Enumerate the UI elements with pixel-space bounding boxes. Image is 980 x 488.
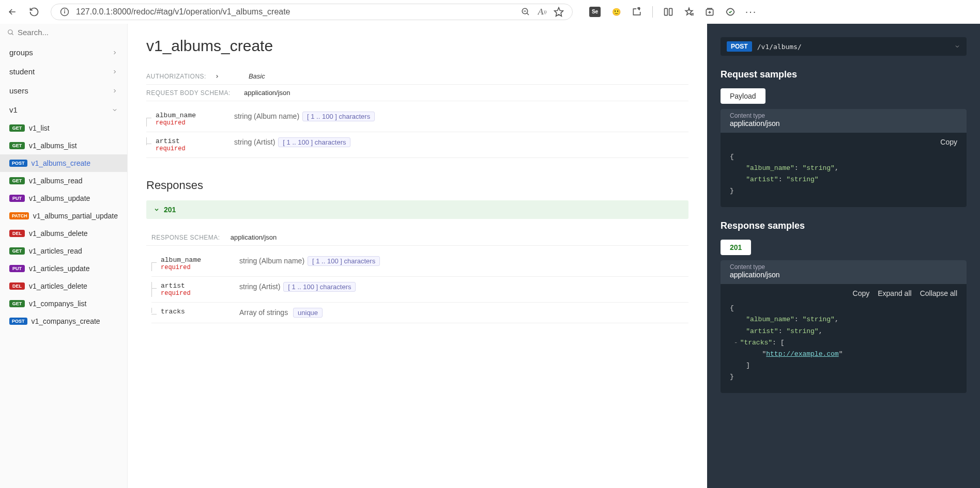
nav-tag-v1[interactable]: v1 [0, 100, 127, 119]
nav-op-label: v1_companys_create [32, 317, 100, 325]
endpoint-path: /v1/albums/ [757, 43, 949, 51]
method-badge: POST [727, 41, 752, 52]
nav-tag-label: users [9, 86, 28, 95]
chevron-down-icon [154, 207, 160, 213]
nav-op-label: v1_albums_delete [29, 229, 88, 238]
content-type-label: Content type [730, 112, 957, 119]
nav-op-v1_albums_list[interactable]: GETv1_albums_list [0, 137, 127, 154]
split-screen-icon[interactable] [663, 7, 673, 17]
param-type: Array of strings [239, 308, 290, 317]
collections-icon[interactable] [705, 7, 715, 17]
param-type: string (Album name) [239, 257, 304, 265]
chevron-right-icon [112, 50, 118, 56]
payload-tab[interactable]: Payload [721, 88, 765, 104]
svg-rect-9 [669, 8, 672, 15]
nav-op-v1_articles_delete[interactable]: DELv1_articles_delete [0, 277, 127, 295]
svg-line-17 [12, 33, 13, 35]
nav-op-v1_albums_read[interactable]: GETv1_albums_read [0, 172, 127, 190]
param-row[interactable]: album_namerequiredstring (Album name)[ 1… [151, 251, 688, 277]
param-constraint: [ 1 .. 100 ] characters [302, 112, 375, 121]
response-sample-box: Content type application/json Copy Expan… [721, 260, 967, 393]
performance-icon[interactable] [725, 7, 736, 17]
param-row[interactable]: artistrequiredstring (Artist)[ 1 .. 100 … [146, 132, 688, 158]
nav-op-v1_companys_create[interactable]: POSTv1_companys_create [0, 312, 127, 330]
address-bar[interactable]: A)) [51, 4, 573, 20]
nav-op-v1_list[interactable]: GETv1_list [0, 119, 127, 137]
search-input[interactable] [18, 28, 120, 37]
more-icon[interactable]: ··· [746, 7, 756, 17]
face-ext-icon[interactable]: 🙂 [611, 7, 621, 17]
chevron-right-icon [215, 74, 220, 79]
param-type: string (Artist) [239, 282, 280, 291]
nav-op-label: v1_companys_list [29, 300, 86, 308]
nav-op-v1_articles_read[interactable]: GETv1_articles_read [0, 242, 127, 260]
response-201-tab[interactable]: 201 [721, 240, 751, 255]
expand-all-button[interactable]: Expand all [878, 289, 911, 297]
nav-op-label: v1_list [29, 124, 50, 132]
method-badge: POST [9, 318, 27, 325]
nav-tag-groups[interactable]: groups [0, 43, 127, 62]
param-required: required [156, 145, 234, 152]
nav-op-label: v1_articles_delete [29, 282, 87, 290]
svg-rect-8 [665, 8, 668, 15]
request-schema-label: REQUEST BODY SCHEMA: [146, 89, 231, 97]
nav-op-label: v1_albums_list [29, 141, 77, 150]
method-badge: GET [9, 247, 25, 255]
nav-op-label: v1_albums_update [29, 194, 90, 202]
svg-line-4 [527, 13, 529, 15]
samples-panel: POST /v1/albums/ Request samples Payload… [707, 24, 980, 488]
sidebar-search[interactable] [0, 24, 127, 41]
nav-tag-student[interactable]: student [0, 62, 127, 81]
method-badge: GET [9, 300, 25, 307]
param-constraint: unique [293, 308, 323, 318]
favorites-icon[interactable] [684, 7, 694, 17]
copy-button[interactable]: Copy [853, 289, 870, 297]
param-name: artist [161, 282, 239, 290]
param-row[interactable]: album_namerequiredstring (Album name)[ 1… [146, 106, 688, 132]
param-name: album_name [161, 256, 239, 264]
response-201-toggle[interactable]: 201 [146, 200, 688, 219]
sidebar: groupsstudentusersv1GETv1_listGETv1_albu… [0, 24, 128, 488]
extensions-icon[interactable] [632, 7, 642, 17]
nav-op-v1_albums_partial_update[interactable]: PATCHv1_albums_partial_update [0, 207, 127, 225]
url-input[interactable] [76, 7, 514, 17]
nav-tag-users[interactable]: users [0, 81, 127, 100]
copy-button[interactable]: Copy [940, 138, 957, 146]
method-badge: POST [9, 160, 27, 167]
param-constraint: [ 1 .. 100 ] characters [278, 137, 350, 147]
read-aloud-icon[interactable]: A)) [537, 7, 547, 17]
chevron-down-icon [954, 43, 960, 50]
nav-op-v1_companys_list[interactable]: GETv1_companys_list [0, 295, 127, 312]
nav-op-v1_articles_update[interactable]: PUTv1_articles_update [0, 260, 127, 277]
param-name: artist [156, 137, 234, 145]
chevron-down-icon [112, 107, 118, 113]
zoom-out-icon[interactable] [520, 7, 531, 17]
svg-point-2 [65, 9, 65, 10]
content-type-value: application/json [730, 271, 957, 279]
nav-op-v1_albums_create[interactable]: POSTv1_albums_create [0, 154, 127, 172]
nav-tag-label: groups [9, 48, 33, 57]
response-schema-row: RESPONSE SCHEMA: application/json [146, 229, 688, 246]
info-icon[interactable] [59, 7, 70, 17]
endpoint-box[interactable]: POST /v1/albums/ [721, 37, 967, 56]
param-row[interactable]: artistrequiredstring (Artist)[ 1 .. 100 … [151, 277, 688, 303]
response-schema-value: application/json [231, 233, 277, 241]
response-schema-label: RESPONSE SCHEMA: [151, 234, 220, 241]
refresh-icon[interactable] [29, 7, 39, 17]
request-sample-box: Content type application/json Copy { "al… [721, 109, 967, 207]
request-sample-code: { "album_name": "string", "artist": "str… [721, 149, 967, 202]
nav-op-v1_albums_delete[interactable]: DELv1_albums_delete [0, 225, 127, 242]
collapse-all-button[interactable]: Collapse all [920, 289, 957, 297]
nav-op-label: v1_albums_partial_update [33, 212, 118, 220]
content-type-value: application/json [730, 119, 957, 128]
svg-marker-6 [555, 7, 563, 16]
param-row[interactable]: tracksArray of strings unique [151, 303, 688, 323]
nav-op-v1_albums_update[interactable]: PUTv1_albums_update [0, 190, 127, 207]
param-required: required [161, 264, 239, 271]
chevron-right-icon [112, 88, 118, 94]
back-icon[interactable] [7, 7, 18, 17]
search-icon [7, 29, 14, 36]
authorizations-row[interactable]: AUTHORIZATIONS: Basic [146, 68, 688, 85]
selenium-ext-icon[interactable]: Se [589, 7, 601, 17]
favorite-icon[interactable] [554, 7, 564, 17]
